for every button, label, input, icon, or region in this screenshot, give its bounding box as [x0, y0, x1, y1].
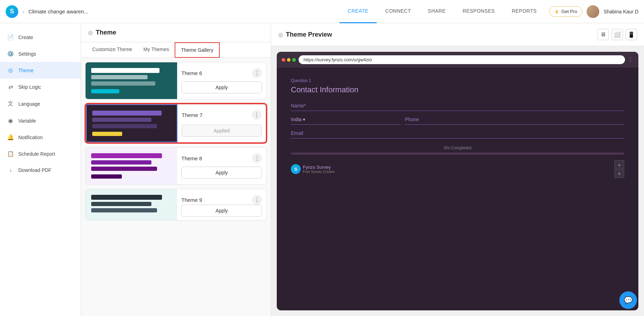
fynzo-logo: S [291, 164, 301, 174]
fynzo-brand: S Fynzo Survey Free Survey Creator [291, 164, 335, 174]
scroll-up-btn[interactable]: ▲ [614, 160, 624, 169]
skip-logic-icon: ⇄ [7, 83, 14, 90]
variable-icon: ◉ [7, 117, 14, 124]
preview-header: ◎ Theme Preview 🖥 ⬜ 📱 [271, 23, 644, 46]
phone-input[interactable]: Phone [405, 117, 624, 125]
theme6-preview [86, 62, 177, 99]
tab-connect[interactable]: CONNECT [377, 0, 419, 23]
theme-card-9: Theme 9 ⋮ Apply [85, 189, 267, 221]
tab-create[interactable]: CREATE [339, 0, 377, 23]
theme7-accent [92, 132, 122, 136]
sidebar-item-theme[interactable]: ◎ Theme [0, 62, 81, 79]
theme7-apply-btn[interactable]: Applied [182, 125, 262, 137]
browser-url: https://survey.fynzo.com/u/gw4zio [299, 55, 625, 64]
progress-section: 0% Completed S Fynzo Survey Free Survey … [291, 145, 624, 178]
project-title: Climate change awaren... [29, 8, 335, 14]
theme6-info: Theme 6 ⋮ Apply [177, 62, 266, 99]
fynzo-brand-name: Fynzo Survey [303, 165, 335, 170]
theme8-bar1 [91, 153, 162, 158]
tab-customize-theme[interactable]: Customize Theme [87, 42, 138, 57]
theme9-bar2 [91, 202, 151, 206]
theme9-name: Theme 9 [181, 197, 202, 203]
progress-text: 0% Completed [291, 145, 624, 150]
sidebar-item-skip-logic[interactable]: ⇄ Skip Logic [0, 79, 81, 95]
panel-title: Theme [96, 29, 116, 36]
theme7-bar1 [92, 111, 162, 116]
tab-share[interactable]: SHARE [419, 0, 454, 23]
theme-card-8: Theme 8 ⋮ Apply [85, 147, 267, 185]
email-label: Email [291, 130, 624, 138]
sidebar-item-language[interactable]: 文 Language [0, 95, 81, 112]
theme6-bar1 [91, 68, 160, 73]
mobile-icon[interactable]: 📱 [626, 29, 637, 40]
theme9-preview [86, 189, 177, 220]
settings-icon: ⚙️ [7, 50, 14, 57]
theme8-name: Theme 8 [181, 155, 202, 161]
scroll-down-btn[interactable]: ▼ [614, 169, 624, 178]
theme8-apply-btn[interactable]: Apply [181, 167, 262, 179]
desktop-icon[interactable]: 🖥 [598, 29, 609, 40]
phone-field: India ▾ Phone [291, 117, 624, 125]
theme7-bar2 [92, 118, 151, 122]
tab-responses[interactable]: RESPONSES [454, 0, 504, 23]
theme8-menu-btn[interactable]: ⋮ [252, 153, 262, 163]
language-icon: 文 [7, 100, 14, 107]
dot-green [292, 58, 296, 62]
theme9-info: Theme 9 ⋮ Apply [177, 189, 266, 220]
sidebar-item-notification[interactable]: 🔔 Notification [0, 129, 81, 145]
tab-my-themes[interactable]: My Themes [138, 42, 175, 57]
theme7-info: Theme 7 ⋮ Applied [177, 104, 266, 142]
question-title: Contact Information [291, 85, 624, 94]
browser-dots [282, 58, 296, 62]
sidebar-item-download-pdf[interactable]: ↓ Download PDF [0, 162, 81, 178]
chat-bubble[interactable]: 💬 [619, 291, 637, 309]
user-name: Shabina Kaur D [604, 9, 638, 14]
country-select[interactable]: India ▾ [291, 117, 401, 125]
notification-icon: 🔔 [7, 134, 14, 141]
avatar[interactable] [587, 5, 599, 18]
sidebar-item-variable[interactable]: ◉ Variable [0, 112, 81, 129]
crown-icon: ♛ [555, 9, 559, 14]
sidebar-item-create[interactable]: 📄 Create [0, 29, 81, 45]
theme8-bar2 [91, 160, 151, 165]
theme6-bar3 [91, 81, 155, 86]
browser-frame: https://survey.fynzo.com/u/gw4zio ⋮ Ques… [277, 52, 638, 310]
theme7-bar3 [92, 124, 157, 128]
preview-panel: ◎ Theme Preview 🖥 ⬜ 📱 https://survey.fyn… [271, 23, 644, 316]
tablet-icon[interactable]: ⬜ [612, 29, 623, 40]
theme8-preview [86, 148, 177, 184]
theme9-apply-btn[interactable]: Apply [181, 205, 262, 217]
theme7-menu-btn[interactable]: ⋮ [252, 110, 262, 120]
browser-bar: https://survey.fynzo.com/u/gw4zio ⋮ [277, 52, 638, 68]
progress-bar [291, 153, 624, 155]
question-label: Question 1 [291, 78, 624, 83]
sidebar-item-settings[interactable]: ⚙️ Settings [0, 45, 81, 62]
theme9-bar3 [91, 208, 157, 212]
theme7-name: Theme 7 [182, 112, 202, 118]
theme6-menu-btn[interactable]: ⋮ [252, 68, 262, 78]
get-pro-button[interactable]: ♛ Get Pro [549, 6, 582, 17]
tab-theme-gallery[interactable]: Theme Gallery [175, 42, 220, 58]
theme9-menu-btn[interactable]: ⋮ [252, 195, 262, 205]
theme7-name-row: Theme 7 ⋮ [182, 110, 262, 120]
phone-row: India ▾ Phone [291, 117, 624, 125]
dot-yellow [287, 58, 290, 62]
browser-content: Question 1 Contact Information Name* Ind… [277, 68, 638, 310]
nav-chevron[interactable]: › [23, 9, 24, 14]
theme7-preview [86, 104, 177, 142]
app-logo[interactable]: S [6, 5, 18, 18]
branding-row: S Fynzo Survey Free Survey Creator ▲ ▼ [291, 160, 624, 178]
create-icon: 📄 [7, 34, 14, 41]
device-icons: 🖥 ⬜ 📱 [598, 29, 637, 40]
schedule-icon: 📋 [7, 150, 14, 157]
sidebar-item-schedule-report[interactable]: 📋 Schedule Report [0, 145, 81, 162]
preview-title: Theme Preview [286, 31, 595, 38]
name-label: Name* [291, 103, 624, 111]
theme6-apply-btn[interactable]: Apply [181, 81, 262, 93]
dot-red [282, 58, 285, 62]
themes-list: Theme 6 ⋮ Apply Theme 7 ⋮ [81, 58, 271, 316]
tab-reports[interactable]: REPORTS [503, 0, 545, 23]
left-sidebar: 📄 Create ⚙️ Settings ◎ Theme ⇄ Skip Logi… [0, 23, 81, 316]
theme8-bar3 [91, 167, 157, 171]
preview-theme-icon: ◎ [278, 31, 283, 38]
